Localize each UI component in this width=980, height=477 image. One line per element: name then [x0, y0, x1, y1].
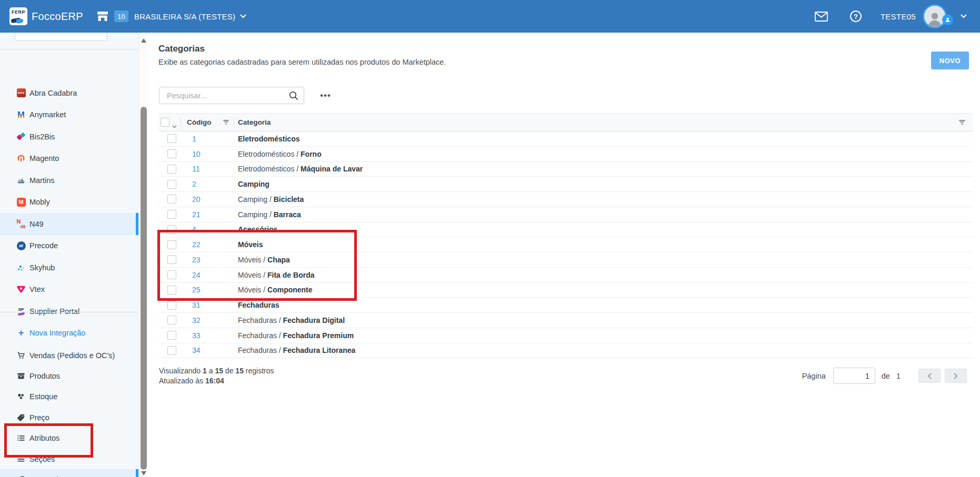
row-checkbox[interactable] — [167, 210, 176, 219]
page-subtitle: Exibe as categorias cadastradas para ser… — [158, 58, 446, 66]
category-code-link[interactable]: 34 — [192, 346, 238, 354]
company-chevron-down-icon[interactable] — [240, 14, 246, 18]
sidebar-item-skyhub[interactable]: Skyhub — [0, 257, 138, 279]
previous-page-button[interactable] — [918, 369, 941, 383]
row-checkbox[interactable] — [167, 195, 176, 204]
sidebar-item-secoes[interactable]: Seções — [0, 449, 138, 469]
user-menu-chevron-down-icon[interactable] — [961, 14, 967, 18]
table-row[interactable]: 10Eletrodomésticos / Forno — [158, 147, 973, 162]
table-row[interactable]: 31Fechaduras — [158, 298, 973, 313]
scrollbar-down-arrow-icon[interactable] — [141, 471, 146, 475]
select-all-checkbox[interactable] — [161, 118, 169, 127]
avatar[interactable] — [923, 4, 947, 28]
table-row[interactable]: 25Móveis / Componente — [158, 283, 973, 298]
search-input[interactable] — [159, 87, 285, 104]
select-menu-chevron-down-icon[interactable] — [172, 121, 177, 130]
table-row[interactable]: 33Fechaduras / Fechadura Premium — [158, 328, 973, 343]
table-row[interactable]: 32Fechaduras / Fechadura Digital — [158, 313, 973, 328]
mail-icon[interactable] — [815, 12, 828, 22]
row-checkbox[interactable] — [167, 316, 176, 324]
row-checkbox[interactable] — [167, 286, 176, 295]
category-code-link[interactable]: 23 — [192, 256, 238, 264]
category-code-link[interactable]: 4 — [192, 225, 238, 234]
sidebar-item-precode[interactable]: WPrecode — [0, 235, 138, 257]
category-code-link[interactable]: 2 — [192, 180, 238, 188]
sidebar-item-nova-integracao[interactable]: +Nova Integração — [0, 322, 138, 344]
table-row[interactable]: 4Acessórios — [158, 222, 973, 238]
sidebar-item-magento[interactable]: Magento — [0, 148, 138, 170]
sidebar-item-label: Estoque — [29, 392, 57, 401]
sidebar-item-estoque[interactable]: Estoque — [0, 387, 138, 407]
sidebar-item-categorias[interactable]: Categorias — [0, 469, 138, 477]
scrollbar-up-arrow-icon[interactable] — [141, 38, 146, 43]
row-checkbox[interactable] — [167, 331, 176, 340]
anymarket-icon: M — [16, 110, 26, 119]
categories-table: Código Categoria 1Eletrodomésticos10Elet… — [158, 113, 973, 358]
pagina-label: Página — [802, 372, 826, 380]
help-icon[interactable]: ? — [850, 11, 862, 22]
category-code-link[interactable]: 32 — [192, 316, 238, 324]
sidebar-item-abra-cadabra[interactable]: ABRAAbra Cadabra — [0, 82, 138, 104]
sidebar-scrollbar[interactable] — [138, 33, 148, 477]
sidebar-item-vendas-pedidos-e-oc-s[interactable]: Vendas (Pedidos e OC's) — [0, 345, 138, 366]
row-checkbox[interactable] — [167, 346, 176, 355]
table-row[interactable]: 11Eletrodomésticos / Máquina de Lavar — [158, 162, 973, 177]
category-name: Eletrodomésticos / Máquina de Lavar — [238, 165, 973, 173]
row-checkbox[interactable] — [167, 301, 176, 310]
next-page-button[interactable] — [945, 369, 967, 383]
sidebar-item-mobly[interactable]: MMobly — [0, 191, 138, 214]
category-code-link[interactable]: 31 — [192, 301, 238, 309]
sidebar-item-vtex[interactable]: Vtex — [0, 279, 138, 301]
category-code-link[interactable]: 33 — [192, 331, 238, 340]
sidebar-item-label: Mobly — [29, 198, 50, 206]
sidebar-item-n49[interactable]: N49N49 — [0, 213, 138, 235]
table-row[interactable]: 22Móveis — [158, 237, 973, 252]
page-number-input[interactable] — [833, 368, 875, 384]
row-checkbox[interactable] — [167, 240, 176, 249]
novo-button[interactable]: NOVO — [931, 52, 969, 69]
sidebar-item-preco[interactable]: Preço — [0, 407, 138, 428]
category-code-link[interactable]: 20 — [192, 195, 238, 204]
sidebar-item-supplier-portal[interactable]: SPSupplier Portal — [0, 300, 138, 322]
sidebar-item-atributos[interactable]: Atributos — [0, 428, 138, 449]
table-row[interactable]: 2Camping — [158, 177, 973, 192]
app-window: FERP FoccoERP 10 BRASILEIRA S/A (TESTES)… — [0, 0, 980, 477]
scrollbar-thumb[interactable] — [141, 107, 147, 470]
category-code-link[interactable]: 1 — [192, 135, 238, 143]
table-row[interactable]: 34Fechaduras / Fechadura Litoranea — [158, 343, 973, 359]
search-icon[interactable] — [288, 90, 299, 103]
category-code-link[interactable]: 10 — [192, 150, 238, 158]
sidebar-item-produtos[interactable]: Produtos — [0, 366, 138, 386]
column-header-codigo[interactable]: Código — [187, 118, 212, 126]
main-content: Categorias Exibe as categorias cadastrad… — [148, 33, 980, 477]
row-checkbox[interactable] — [167, 270, 176, 279]
table-row[interactable]: 1Eletrodomésticos — [158, 131, 973, 147]
column-header-categoria[interactable]: Categoria — [238, 118, 271, 126]
table-row[interactable]: 24Móveis / Fita de Borda — [158, 268, 973, 283]
row-checkbox[interactable] — [167, 149, 176, 158]
sidebar-item-martins[interactable]: Martins — [0, 169, 138, 191]
category-code-link[interactable]: 24 — [192, 271, 238, 279]
category-code-link[interactable]: 22 — [192, 240, 238, 249]
header-separator — [181, 118, 181, 128]
row-checkbox[interactable] — [167, 255, 176, 264]
row-checkbox[interactable] — [167, 225, 176, 234]
filter-icon-table[interactable] — [959, 119, 965, 125]
row-checkbox[interactable] — [167, 180, 176, 189]
category-code-link[interactable]: 21 — [192, 210, 238, 219]
sidebar: ABRAAbra CadabraMAnymarketBis2BisMagento… — [0, 33, 138, 477]
category-name: Fechaduras / Fechadura Digital — [238, 316, 973, 324]
category-code-link[interactable]: 25 — [192, 286, 238, 294]
sidebar-item-label: Anymarket — [29, 110, 66, 119]
row-checkbox[interactable] — [167, 134, 176, 143]
filter-icon-codigo[interactable] — [223, 119, 229, 125]
table-row[interactable]: 21Camping / Barraca — [158, 207, 973, 222]
category-code-link[interactable]: 11 — [192, 165, 238, 173]
sidebar-item-bis2bis[interactable]: Bis2Bis — [0, 126, 138, 148]
table-row[interactable]: 20Camping / Bicicleta — [158, 192, 973, 207]
sidebar-item-anymarket[interactable]: MAnymarket — [0, 104, 138, 126]
table-row[interactable]: 23Móveis / Chapa — [158, 252, 973, 268]
row-checkbox[interactable] — [167, 165, 176, 174]
company-selector[interactable]: BRASILEIRA S/A (TESTES) — [134, 12, 235, 21]
more-options-icon[interactable]: ••• — [320, 91, 331, 100]
